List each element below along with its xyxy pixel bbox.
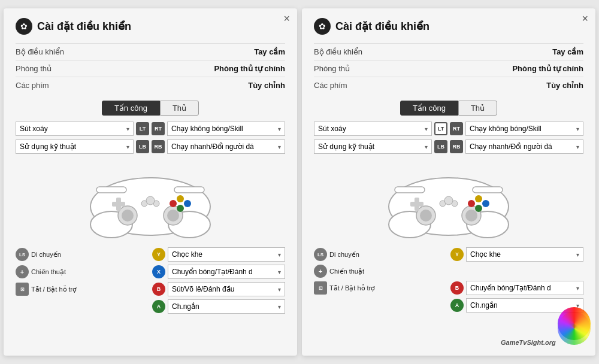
svg-point-26: [465, 210, 477, 222]
badge-rt-left: RT: [152, 122, 165, 135]
select-sut-xoay-right[interactable]: Sút xoáy ▾: [314, 122, 432, 136]
svg-point-31: [468, 200, 475, 207]
tab-group-right: Tấn công Thủ: [400, 101, 497, 116]
panel-title-left: Cài đặt điều khiển: [37, 20, 131, 33]
chevron-down-icon: ▾: [576, 144, 579, 150]
controller-icon-right: ✿: [314, 18, 331, 35]
close-button-left[interactable]: ×: [283, 13, 290, 24]
tab-group-left: Tấn công Thủ: [102, 101, 199, 116]
select-chay-nhanh-left[interactable]: Chạy nhanh/Đổi người đá ▾: [167, 139, 285, 154]
label-di-chuyen-left: Di chuyển: [31, 251, 149, 259]
label-chien-thuat-right: Chiến thuật: [329, 268, 447, 275]
bottom-row-1-right: LS Di chuyển Y Chọc khe ▾: [314, 247, 583, 262]
select-chuyen-bong-right[interactable]: Chuyển bóng/Tạt/Đánh d ▾: [466, 281, 583, 295]
tab-defense-left[interactable]: Thủ: [160, 101, 199, 116]
watermark-text: GameTvSight.org: [501, 339, 555, 346]
svg-point-13: [170, 200, 177, 207]
info-row-keys: Các phím Tùy chỉnh: [16, 77, 285, 93]
select-ch-ngan-right[interactable]: Ch.ngắn ▾: [466, 298, 583, 313]
badge-x-left: X: [152, 265, 165, 278]
value-controller-right: Tay cầm: [552, 47, 583, 56]
label-controller: Bộ điều khiển: [16, 47, 64, 56]
watermark: GameTvSight.org: [501, 307, 591, 346]
info-row-controller: Bộ điều khiển Tay cầm: [16, 43, 285, 60]
label-tat-bat-left: Tắt / Bật hỗ trợ: [31, 286, 149, 293]
chevron-down-icon: ▾: [425, 126, 428, 132]
svg-point-24: [420, 210, 432, 222]
select-sut-left[interactable]: Sút/Võ lê/Đánh đầu ▾: [168, 282, 285, 296]
select-chuyen-bong-left[interactable]: Chuyển bóng/Tạt/Đánh d ▾: [168, 265, 285, 279]
badge-rt-right: RT: [450, 122, 463, 135]
value-keys: Tùy chỉnh: [248, 81, 285, 90]
badge-lt-right-highlight: LT: [434, 122, 447, 135]
svg-rect-4: [174, 187, 204, 193]
select-chay-right[interactable]: Chạy không bóng/Skill ▾: [465, 122, 583, 136]
select-chay-left[interactable]: Chạy không bóng/Skill ▾: [167, 122, 285, 136]
label-controller-right: Bộ điều khiển: [314, 47, 362, 56]
bottom-row-2-right: + Chiến thuật: [314, 265, 583, 278]
select-su-dung-right[interactable]: Sử dụng kỹ thuật ▾: [314, 139, 432, 154]
panel-header-right: ✿ Cài đặt điều khiển: [314, 18, 583, 35]
badge-lb-right: LB: [434, 140, 447, 153]
svg-rect-21: [395, 187, 425, 193]
label-keys-right: Các phím: [314, 81, 347, 90]
tab-defense-right[interactable]: Thủ: [458, 101, 497, 116]
badge-rec-left: ⊡: [16, 283, 29, 296]
badge-ls-left: LS: [16, 248, 29, 261]
value-controller: Tay cầm: [254, 47, 285, 56]
controller-icon-left: ✿: [16, 18, 32, 35]
svg-point-29: [475, 195, 482, 202]
chevron-down-icon: ▾: [576, 302, 579, 309]
bottom-rows-right: LS Di chuyển Y Chọc khe ▾ + Chiến thuật: [314, 247, 583, 313]
select-su-dung-left[interactable]: Sử dụng kỹ thuật ▾: [16, 139, 134, 154]
label-defense-right: Phòng thủ: [314, 64, 350, 73]
select-choc-khe-right[interactable]: Chọc khe ▾: [466, 247, 583, 262]
badge-y-right: Y: [450, 248, 464, 261]
badge-a-right: A: [450, 299, 464, 312]
chevron-down-icon: ▾: [126, 126, 129, 132]
chevron-down-icon: ▾: [278, 269, 281, 275]
badge-b-right: B: [450, 281, 464, 295]
controller-illustration-left: [16, 159, 285, 242]
panel-header-left: ✿ Cài đặt điều khiển: [16, 18, 285, 35]
control-row-2-right: Sử dụng kỹ thuật ▾ LB RB Chạy nhanh/Đổi …: [314, 139, 583, 154]
badge-b-left: B: [152, 283, 165, 296]
select-choc-khe-left[interactable]: Chọc khe ▾: [168, 247, 285, 262]
controller-illustration-right: [314, 159, 583, 242]
badge-lb-left: LB: [136, 140, 149, 153]
badge-cross-right: +: [314, 265, 327, 278]
badge-rb-left: RB: [152, 140, 165, 153]
info-row-defense: Phòng thủ Phòng thủ tự chính: [16, 60, 285, 77]
control-row-1-right: Sút xoáy ▾ LT RT Chạy không bóng/Skill ▾: [314, 122, 583, 136]
svg-point-30: [482, 200, 489, 207]
label-chien-thuat-left: Chiến thuật: [31, 268, 149, 276]
label-tat-bat-right: Tắt / Bật hỗ trợ: [329, 284, 447, 292]
svg-point-17: [146, 196, 155, 205]
bottom-row-4-right: A Ch.ngắn ▾: [314, 298, 583, 313]
close-button-right[interactable]: ×: [582, 13, 588, 24]
select-chay-nhanh-right[interactable]: Chạy nhanh/Đổi người đá ▾: [465, 139, 583, 154]
label-defense: Phòng thủ: [16, 64, 52, 73]
chevron-down-icon: ▾: [278, 144, 281, 150]
chevron-down-icon: ▾: [576, 251, 579, 258]
bottom-row-3-right: ⊡ Tắt / Bật hỗ trợ B Chuyển bóng/Tạt/Đán…: [314, 281, 583, 295]
svg-rect-22: [473, 187, 503, 193]
svg-point-6: [122, 210, 134, 222]
svg-rect-28: [410, 202, 423, 207]
badge-lt-left: LT: [136, 122, 149, 135]
left-panel: × ✿ Cài đặt điều khiển Bộ điều khiển Tay…: [4, 8, 297, 356]
svg-rect-10: [112, 202, 125, 207]
bottom-rows-left: LS Di chuyển Y Chọc khe ▾ + Chiến thuật …: [16, 247, 285, 314]
badge-a-left: A: [152, 300, 165, 313]
select-sut-xoay-left[interactable]: Sút xoáy ▾: [16, 122, 134, 136]
svg-point-11: [177, 195, 184, 202]
chevron-down-icon: ▾: [278, 286, 281, 293]
chevron-down-icon: ▾: [126, 144, 129, 150]
select-ch-ngan-left[interactable]: Ch.ngắn ▾: [168, 299, 285, 314]
svg-point-12: [184, 200, 191, 207]
info-row-keys-right: Các phím Tùy chỉnh: [314, 77, 583, 93]
tab-attack-left[interactable]: Tấn công: [102, 101, 160, 116]
badge-y-left: Y: [152, 248, 165, 261]
chevron-down-icon: ▾: [278, 126, 281, 132]
tab-attack-right[interactable]: Tấn công: [400, 101, 458, 116]
